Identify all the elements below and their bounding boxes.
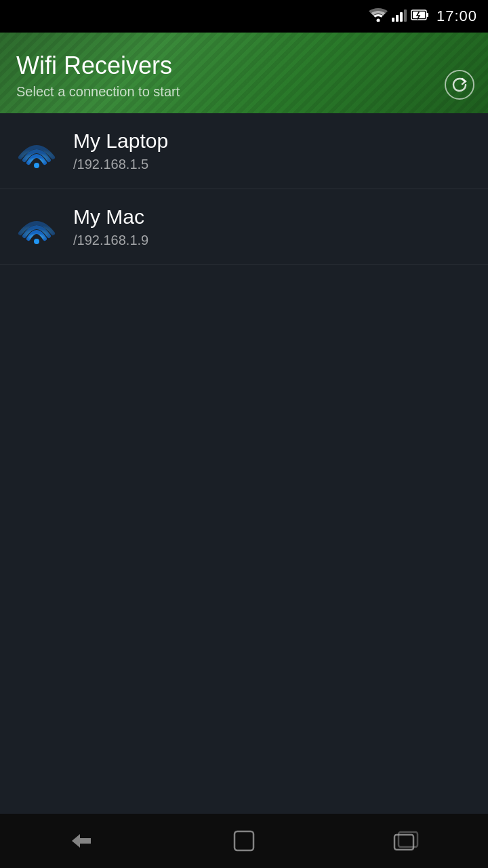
- device-item-laptop[interactable]: My Laptop /192.168.1.5: [0, 113, 488, 189]
- device-list: My Laptop /192.168.1.5 My Mac /192.1: [0, 113, 488, 265]
- svg-point-9: [34, 239, 39, 244]
- back-button[interactable]: [54, 824, 108, 858]
- refresh-icon: [451, 76, 468, 94]
- svg-rect-2: [396, 15, 399, 22]
- device-item-mac[interactable]: My Mac /192.168.1.9: [0, 189, 488, 265]
- app-title: Wifi Receivers: [16, 52, 472, 80]
- device-wifi-icon-laptop: [16, 131, 57, 172]
- device-ip-mac: /192.168.1.9: [73, 233, 148, 248]
- device-info-laptop: My Laptop /192.168.1.5: [73, 130, 168, 172]
- svg-rect-4: [404, 9, 407, 22]
- home-icon: [232, 829, 256, 853]
- signal-strength-icon: [392, 8, 407, 24]
- home-button[interactable]: [217, 824, 271, 858]
- bottom-nav: [0, 814, 488, 868]
- wifi-status-icon: [369, 8, 388, 24]
- svg-rect-1: [392, 18, 394, 22]
- svg-rect-3: [400, 12, 403, 22]
- svg-point-0: [376, 19, 380, 22]
- svg-rect-6: [426, 13, 428, 17]
- battery-icon: [411, 8, 430, 24]
- status-bar: 17:00: [0, 0, 488, 33]
- recent-apps-icon: [393, 831, 420, 851]
- device-name-mac: My Mac: [73, 205, 148, 229]
- svg-rect-10: [235, 831, 253, 850]
- recent-apps-button[interactable]: [380, 824, 434, 858]
- app-subtitle: Select a connection to start: [16, 84, 472, 100]
- status-icons: 17:00: [369, 7, 477, 25]
- svg-point-8: [34, 163, 39, 168]
- refresh-button[interactable]: [445, 70, 474, 100]
- status-time: 17:00: [436, 7, 477, 25]
- app-header: Wifi Receivers Select a connection to st…: [0, 33, 488, 113]
- back-icon: [66, 831, 96, 851]
- device-name-laptop: My Laptop: [73, 130, 168, 153]
- device-ip-laptop: /192.168.1.5: [73, 157, 168, 172]
- device-info-mac: My Mac /192.168.1.9: [73, 205, 148, 248]
- device-wifi-icon-mac: [16, 207, 57, 248]
